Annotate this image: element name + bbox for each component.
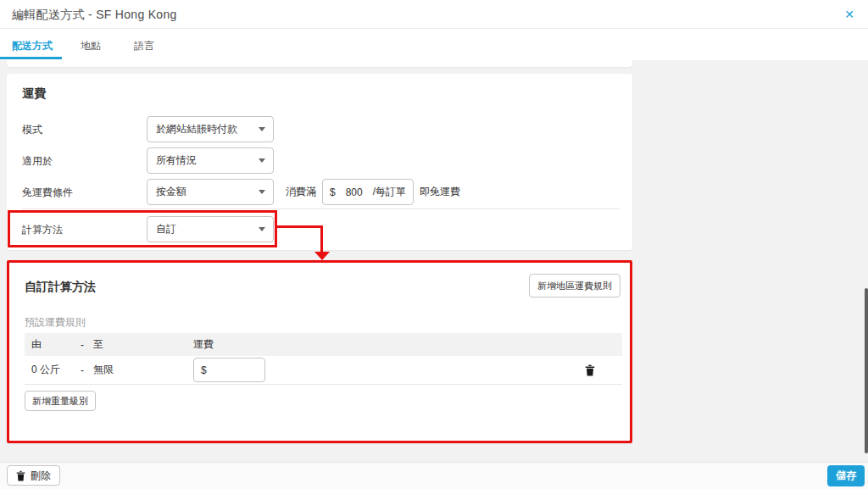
header-fee: 運費 (193, 337, 622, 352)
close-icon[interactable]: ✕ (841, 6, 858, 23)
per-order-unit: /每訂單 (373, 185, 406, 199)
add-region-rule-button[interactable]: 新增地區運費規則 (529, 274, 620, 297)
calc-method-select-value: 自訂 (147, 222, 259, 236)
spend-prefix-text: 消費滿 (286, 185, 316, 199)
mode-select-value: 於網站結賬時付款 (147, 122, 259, 136)
row-fee-input[interactable]: $ (193, 358, 265, 382)
scrolled-card-remnant (7, 60, 632, 67)
trash-icon (16, 470, 25, 481)
table-header-row: 由 - 至 運費 (25, 333, 622, 356)
currency-symbol: $ (201, 364, 207, 376)
header-to: 至 (93, 337, 193, 352)
row-to-value: 無限 (93, 363, 193, 377)
annotation-arrow-line-vertical (320, 225, 323, 252)
mode-select[interactable]: 於網站結賬時付款 (147, 116, 274, 142)
calc-method-label: 計算方法 (22, 223, 63, 237)
delete-row-button[interactable] (583, 364, 597, 377)
free-shipping-condition-label: 免運費條件 (22, 186, 73, 200)
active-tab-underline (0, 57, 62, 59)
apply-to-select-value: 所有情況 (147, 153, 259, 168)
free-shipping-amount-input[interactable]: $ 800 /每訂單 (322, 179, 414, 205)
scrollbar-thumb[interactable] (865, 288, 868, 453)
footer-bar: 刪除 儲存 (0, 462, 868, 489)
tab-language[interactable]: 語言 (134, 39, 154, 53)
tab-bar: 配送方式 地點 語言 (0, 29, 868, 60)
chevron-down-icon (259, 190, 265, 194)
chevron-down-icon (259, 158, 265, 163)
header-from: 由 (25, 337, 81, 352)
calc-method-select[interactable]: 自訂 (147, 216, 274, 242)
weight-rules-table: 由 - 至 運費 0 公斤 - 無限 $ (25, 333, 622, 385)
tab-delivery-method[interactable]: 配送方式 (12, 39, 53, 53)
delete-button-label: 刪除 (31, 469, 51, 483)
annotation-arrow-head (314, 252, 330, 260)
mode-label: 模式 (22, 123, 42, 137)
delete-button[interactable]: 刪除 (7, 465, 60, 486)
header-dash: - (81, 339, 93, 351)
trash-icon (585, 364, 595, 376)
shipping-fee-card: 運費 模式 於網站結賬時付款 適用於 所有情況 免運費條件 按金額 消費滿 $ … (7, 74, 632, 250)
free-shipping-condition-select[interactable]: 按金額 (147, 179, 274, 205)
shipping-section-title: 運費 (22, 86, 46, 102)
default-rules-subtitle: 預設運費規則 (25, 315, 86, 330)
tab-location[interactable]: 地點 (81, 39, 101, 53)
page-title: 編輯配送方式 - SF Hong Kong (12, 8, 177, 23)
row-from-value: 0 公斤 (25, 363, 81, 377)
custom-calc-title: 自訂計算方法 (25, 280, 96, 295)
annotation-arrow-line-horizontal (277, 225, 323, 228)
chevron-down-icon (259, 127, 265, 131)
chevron-down-icon (259, 227, 265, 231)
currency-symbol: $ (330, 186, 336, 198)
free-shipping-suffix-text: 即免運費 (420, 185, 460, 199)
save-button[interactable]: 儲存 (827, 465, 865, 486)
add-weight-tier-button[interactable]: 新增重量級別 (25, 391, 96, 411)
apply-to-label: 適用於 (22, 154, 53, 169)
apply-to-select[interactable]: 所有情況 (147, 147, 274, 174)
divider (22, 208, 620, 209)
free-shipping-condition-value: 按金額 (147, 185, 259, 199)
table-row: 0 公斤 - 無限 $ (25, 356, 622, 385)
amount-value: 800 (346, 186, 363, 198)
custom-calc-card: 自訂計算方法 新增地區運費規則 預設運費規則 由 - 至 運費 0 公斤 - 無… (7, 260, 632, 443)
window-header: 編輯配送方式 - SF Hong Kong ✕ (0, 0, 868, 29)
row-dash: - (81, 364, 93, 376)
free-shipping-threshold: 消費滿 $ 800 /每訂單 即免運費 (286, 179, 460, 205)
